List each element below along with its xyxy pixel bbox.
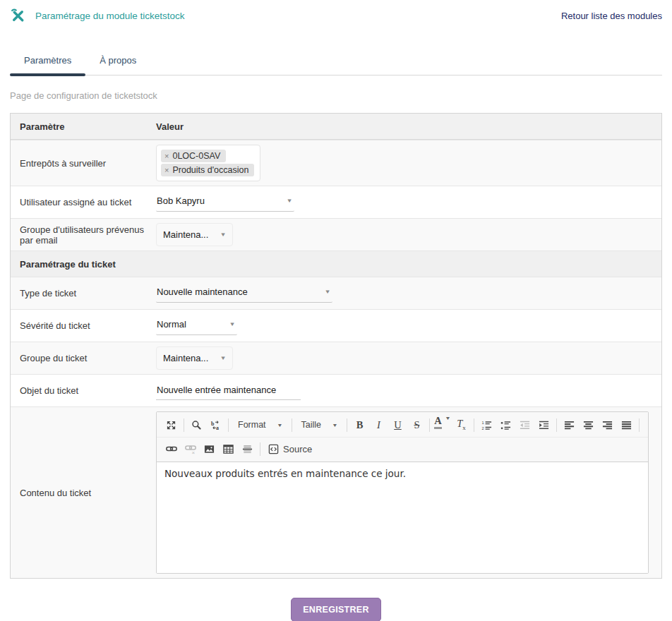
find-icon xyxy=(191,420,202,430)
ticket-section-title: Paramétrage du ticket xyxy=(11,251,123,277)
text-color-icon: A xyxy=(434,416,441,429)
assigned-user-select[interactable]: Bob Kapyru ▼ xyxy=(156,193,294,212)
ticket-group-value: Maintena... xyxy=(163,353,208,363)
table-row: Contenu du ticket xyxy=(11,406,661,578)
source-button-label: Source xyxy=(283,444,312,454)
svg-text:×: × xyxy=(191,450,195,455)
warehouses-multiselect[interactable]: × 0LOC-0SAV × Produits d'occasion xyxy=(156,145,260,181)
numbered-list-button[interactable]: 1 2 xyxy=(477,416,496,434)
ticket-subject-label: Objet du ticket xyxy=(11,375,156,406)
editor-toolbar-row1: b a Format ▼ Ta xyxy=(157,412,648,437)
text-color-button[interactable]: A ▼ xyxy=(433,416,452,434)
strikethrough-icon: S xyxy=(414,420,419,430)
align-right-button[interactable] xyxy=(598,416,617,434)
indent-button[interactable] xyxy=(534,416,553,434)
bold-button[interactable]: B xyxy=(350,416,369,434)
size-combo-label: Taille xyxy=(301,420,322,430)
source-icon xyxy=(268,444,279,454)
svg-text:1: 1 xyxy=(481,420,484,424)
source-button[interactable]: Source xyxy=(263,440,317,458)
size-combo[interactable]: Taille ▼ xyxy=(295,416,344,434)
chevron-down-icon: ▼ xyxy=(332,423,337,428)
remove-format-button[interactable]: Tx xyxy=(452,416,471,434)
horizontal-rule-button[interactable] xyxy=(238,440,257,458)
bold-icon: B xyxy=(356,420,364,430)
svg-text:b: b xyxy=(211,420,215,426)
link-button[interactable] xyxy=(162,440,181,458)
tab-a-propos[interactable]: À propos xyxy=(85,49,150,75)
ticket-subject-input[interactable] xyxy=(156,382,301,400)
assigned-user-value: Bob Kapyru xyxy=(157,195,205,206)
save-button[interactable]: ENREGISTRER xyxy=(291,598,381,621)
toolbar-separator xyxy=(184,418,184,432)
strikethrough-button[interactable]: S xyxy=(407,416,426,434)
bulleted-list-button[interactable] xyxy=(496,416,515,434)
chevron-down-icon: ▼ xyxy=(286,198,292,204)
remove-format-icon: Tx xyxy=(457,418,466,431)
notified-group-value: Maintena... xyxy=(163,229,208,240)
warehouses-label: Entrepôts à surveiller xyxy=(11,140,156,186)
underline-button[interactable]: U xyxy=(388,416,407,434)
svg-text:a: a xyxy=(216,425,219,430)
justify-button[interactable] xyxy=(617,416,636,434)
ticket-content-label: Contenu du ticket xyxy=(11,407,156,578)
align-center-icon xyxy=(583,420,594,430)
tools-icon xyxy=(10,8,26,24)
warehouse-tag-label: Produits d'occasion xyxy=(172,165,248,175)
ticket-group-label: Groupe du ticket xyxy=(11,342,156,374)
image-button[interactable] xyxy=(200,440,219,458)
notified-group-select[interactable]: Maintena... ▼ xyxy=(156,223,233,246)
toolbar-separator xyxy=(429,418,430,432)
svg-text:2: 2 xyxy=(481,426,484,430)
table-row: Groupe du ticket Maintena... ▼ xyxy=(11,342,661,374)
warehouse-tag: × Produits d'occasion xyxy=(161,164,254,176)
justify-icon xyxy=(621,420,632,430)
table-row: Groupe d'utilisateurs prévenus par email… xyxy=(11,218,661,251)
back-to-modules-link[interactable]: Retour liste des modules xyxy=(561,11,662,21)
table-button[interactable] xyxy=(219,440,238,458)
outdent-button xyxy=(515,416,534,434)
toolbar-separator xyxy=(347,418,347,432)
ticket-type-label: Type de ticket xyxy=(11,277,156,309)
link-icon xyxy=(166,443,177,454)
intro-text: Page de configuration de ticketstock xyxy=(10,90,662,101)
section-header-row: Paramétrage du ticket xyxy=(11,251,661,277)
format-combo[interactable]: Format ▼ xyxy=(232,416,289,434)
maximize-button[interactable] xyxy=(162,416,181,434)
italic-button[interactable]: I xyxy=(369,416,388,434)
module-setup-page: Paramétrage du module ticketstock Retour… xyxy=(0,0,672,621)
assigned-user-label: Utilisateur assigné au ticket xyxy=(11,186,156,218)
warehouse-tag: × 0LOC-0SAV xyxy=(161,150,226,162)
tab-parametres[interactable]: Paramètres xyxy=(10,49,85,75)
notified-group-label: Groupe d'utilisateurs prévenus par email xyxy=(11,219,156,251)
outdent-icon xyxy=(520,420,530,430)
horizontal-rule-icon xyxy=(242,444,253,454)
table-row: Sévérité du ticket Normal ▼ xyxy=(11,309,661,342)
ticket-severity-select[interactable]: Normal ▼ xyxy=(156,316,237,335)
ticket-group-select[interactable]: Maintena... ▼ xyxy=(156,346,233,370)
ticket-type-select[interactable]: Nouvelle maintenance ▼ xyxy=(156,284,332,303)
format-combo-label: Format xyxy=(238,420,266,430)
table-header-row: Paramètre Valeur xyxy=(11,114,661,140)
bulleted-list-icon xyxy=(500,420,511,430)
align-center-button[interactable] xyxy=(579,416,598,434)
editor-content-area[interactable]: Nouveaux produits entrés en maintenance … xyxy=(157,462,648,573)
align-left-button[interactable] xyxy=(560,416,579,434)
remove-tag-icon[interactable]: × xyxy=(164,152,169,160)
unlink-icon: × xyxy=(185,443,196,454)
numbered-list-icon: 1 2 xyxy=(481,420,492,430)
table-icon xyxy=(223,444,234,454)
replace-button[interactable]: b a xyxy=(206,416,225,434)
indent-icon xyxy=(539,420,549,430)
tab-parametres-label: Paramètres xyxy=(24,55,71,66)
table-row: Utilisateur assigné au ticket Bob Kapyru… xyxy=(11,186,661,218)
settings-table: Paramètre Valeur Entrepôts à surveiller … xyxy=(10,113,662,579)
toolbar-separator xyxy=(260,442,260,456)
toolbar-separator xyxy=(228,418,229,432)
chevron-down-icon: ▼ xyxy=(445,416,450,421)
table-row: Objet du ticket xyxy=(11,374,661,406)
table-row: Entrepôts à surveiller × 0LOC-0SAV × Pro… xyxy=(11,140,661,186)
ticket-severity-label: Sévérité du ticket xyxy=(11,310,156,342)
remove-tag-icon[interactable]: × xyxy=(164,167,169,174)
find-button[interactable] xyxy=(187,416,206,434)
